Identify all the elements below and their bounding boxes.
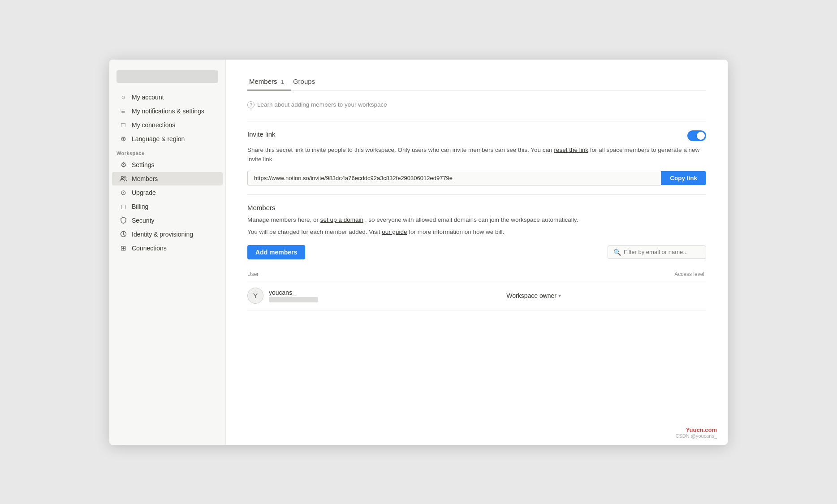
invite-link-section: Invite link Share this secret link to in… xyxy=(247,130,706,185)
sidebar-item-members[interactable]: Members xyxy=(112,172,223,185)
invite-link-toggle[interactable] xyxy=(687,130,706,141)
security-icon xyxy=(119,216,127,224)
sidebar-top-bar xyxy=(116,70,218,83)
invite-link-header: Invite link xyxy=(247,130,706,142)
invite-link-title: Invite link xyxy=(247,130,276,138)
learn-text: Learn about adding members to your works… xyxy=(257,101,387,108)
invite-link-desc: Share this secret link to invite people … xyxy=(247,145,706,164)
svg-point-1 xyxy=(124,177,126,178)
language-icon: ⊕ xyxy=(119,135,127,143)
connections-workspace-icon: ⊞ xyxy=(119,244,127,252)
sidebar-item-label: Settings xyxy=(132,161,155,168)
sidebar-item-billing[interactable]: ◻ Billing xyxy=(112,200,223,213)
members-table: User Access level Y youcans_ Workspace o… xyxy=(247,267,706,310)
sub-label: CSDN @youcans_ xyxy=(676,433,717,439)
col-access: Access level xyxy=(506,267,706,281)
sidebar-item-language-region[interactable]: ⊕ Language & region xyxy=(112,132,223,146)
sidebar-item-security[interactable]: Security xyxy=(112,214,223,227)
learn-row: ? Learn about adding members to your wor… xyxy=(247,101,706,108)
avatar: Y xyxy=(247,288,263,304)
access-level[interactable]: Workspace owner ▾ xyxy=(506,292,706,299)
sidebar-item-label: Identity & provisioning xyxy=(132,231,193,238)
sidebar-personal-items: ○ My account ≡ My notifications & settin… xyxy=(109,90,225,146)
filter-input[interactable] xyxy=(624,249,700,255)
sidebar-item-label: My notifications & settings xyxy=(132,108,204,115)
col-user: User xyxy=(247,267,506,281)
tab-groups[interactable]: Groups xyxy=(291,74,322,90)
watermark: Yuucn.com CSDN @youcans_ xyxy=(676,426,717,439)
sidebar-item-upgrade[interactable]: ⊙ Upgrade xyxy=(112,186,223,199)
invite-link-input[interactable] xyxy=(247,171,661,185)
sidebar-item-label: My account xyxy=(132,94,164,101)
tab-groups-label: Groups xyxy=(293,78,315,85)
brand-label: Yuucn.com xyxy=(676,426,717,433)
reset-link[interactable]: reset the link xyxy=(554,146,588,153)
member-info-cell: Y youcans_ xyxy=(247,288,506,304)
filter-input-wrap: 🔍 xyxy=(608,246,706,259)
divider-2 xyxy=(247,194,706,195)
sidebar-item-identity-provisioning[interactable]: Identity & provisioning xyxy=(112,228,223,241)
upgrade-icon: ⊙ xyxy=(119,189,127,197)
sidebar-item-my-notifications[interactable]: ≡ My notifications & settings xyxy=(112,104,223,118)
workspace-section-label: Workspace xyxy=(109,146,225,158)
sidebar-workspace-items: ⚙ Settings Members ⊙ Upgrade xyxy=(109,158,225,255)
members-section: Members Manage members here, or set up a… xyxy=(247,204,706,310)
svg-point-0 xyxy=(121,176,124,178)
sidebar-item-settings[interactable]: ⚙ Settings xyxy=(112,158,223,172)
add-members-button[interactable]: Add members xyxy=(247,245,305,259)
chevron-down-icon: ▾ xyxy=(558,293,561,299)
tab-members-count: 1 xyxy=(281,78,284,85)
billing-icon: ◻ xyxy=(119,202,127,211)
sidebar-item-my-account[interactable]: ○ My account xyxy=(112,90,223,104)
sidebar-item-label: Security xyxy=(132,217,155,224)
sidebar-item-label: Connections xyxy=(132,245,167,252)
help-icon: ? xyxy=(247,101,255,108)
our-guide-link[interactable]: our guide xyxy=(382,228,407,235)
members-icon xyxy=(119,175,127,183)
sidebar-item-label: Upgrade xyxy=(132,189,156,196)
divider-1 xyxy=(247,121,706,121)
connections-icon: □ xyxy=(119,121,127,129)
sidebar-item-label: Language & region xyxy=(132,135,185,142)
identity-icon xyxy=(119,230,127,238)
app-window: ○ My account ≡ My notifications & settin… xyxy=(109,60,728,445)
notifications-icon: ≡ xyxy=(119,107,127,115)
sidebar: ○ My account ≡ My notifications & settin… xyxy=(109,60,226,445)
member-name: youcans_ xyxy=(269,289,318,296)
members-actions: Add members 🔍 xyxy=(247,245,706,259)
tabs-bar: Members 1 Groups xyxy=(247,74,706,90)
tab-members[interactable]: Members 1 xyxy=(247,74,291,90)
members-desc-1: Manage members here, or set up a domain … xyxy=(247,215,706,225)
sidebar-item-label: Billing xyxy=(132,203,148,210)
tab-members-label: Members xyxy=(249,78,277,85)
main-content: Members 1 Groups ? Learn about adding me… xyxy=(226,60,728,445)
invite-link-row: Copy link xyxy=(247,171,706,185)
member-info: youcans_ xyxy=(269,289,318,302)
members-desc-2: You will be charged for each member adde… xyxy=(247,227,706,237)
access-level-label: Workspace owner xyxy=(506,292,557,299)
sidebar-item-connections[interactable]: ⊞ Connections xyxy=(112,241,223,255)
search-icon: 🔍 xyxy=(613,249,621,256)
copy-link-button[interactable]: Copy link xyxy=(661,171,706,185)
sidebar-item-label: Members xyxy=(132,175,158,182)
setup-domain-link[interactable]: set up a domain xyxy=(320,216,363,223)
settings-icon: ⚙ xyxy=(119,161,127,169)
sidebar-item-my-connections[interactable]: □ My connections xyxy=(112,118,223,132)
table-row: Y youcans_ Workspace owner ▾ xyxy=(247,281,706,310)
member-email-blur xyxy=(269,297,318,302)
sidebar-item-label: My connections xyxy=(132,121,175,129)
account-icon: ○ xyxy=(119,93,127,101)
members-section-title: Members xyxy=(247,204,706,211)
